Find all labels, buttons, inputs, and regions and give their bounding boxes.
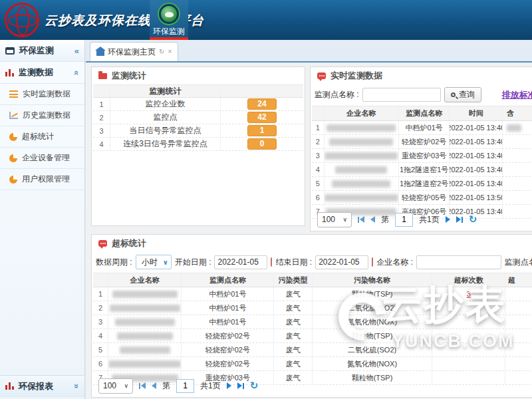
table-row: 1 中档炉01号 2022-01-05 13:40 xyxy=(312,121,532,135)
sidebar-group-monitor-data[interactable]: 监测数据 « xyxy=(0,62,84,84)
point-name: 轻烧窑炉02号 xyxy=(182,329,274,342)
first-page-icon[interactable] xyxy=(358,216,364,223)
calendar-icon[interactable] xyxy=(372,257,373,267)
next-page-icon[interactable] xyxy=(227,382,231,389)
tab-env-monitor-home[interactable]: 环保监测主页 ↻ × xyxy=(90,42,178,61)
period-select[interactable]: 小时 ∨ xyxy=(136,255,172,269)
prev-page-icon[interactable] xyxy=(152,382,156,389)
time-value: 2022-01-05 13:40 xyxy=(450,177,502,190)
col-company: 企业名称 xyxy=(325,106,399,120)
page-number-input[interactable] xyxy=(395,213,413,227)
sidebar-item-label: 历史监测数据 xyxy=(23,110,70,121)
point-name: 轻烧窑炉02号 xyxy=(182,357,274,370)
sidebar-item-label: 超标统计 xyxy=(22,131,54,142)
pollution-type: 废气 xyxy=(274,287,312,301)
chart-red-icon xyxy=(5,382,14,390)
redacted-company xyxy=(120,346,170,354)
next-page-icon[interactable] xyxy=(446,216,450,223)
table-row: 2 轻烧窑炉02号 2022-01-05 13:40 xyxy=(312,135,532,149)
table-row: 4 轻烧窑炉02号 废气 颗粒物(TSP) xyxy=(93,329,532,343)
pollution-type: 废气 xyxy=(274,315,312,329)
collapse-left-icon[interactable]: « xyxy=(74,46,79,56)
comment-icon xyxy=(98,240,107,247)
chevron-down-icon: ∨ xyxy=(124,382,128,389)
row-num: 2 xyxy=(93,301,108,315)
app-header: 云抄表及环保在线监测平台 环保监测 xyxy=(0,0,532,40)
sidebar-header[interactable]: 环保监测 « xyxy=(0,40,84,62)
sidebar-header-label: 环保监测 xyxy=(19,45,54,57)
reload-icon[interactable]: ↻ xyxy=(469,215,477,224)
sidebar-item-label: 用户权限管理 xyxy=(22,174,70,185)
exceed-filter-bar: 数据周期 : 小时 ∨ 开始日期 : 结束日期 : 企业名称 : 监测点名称 : xyxy=(92,252,532,273)
last-page-icon[interactable] xyxy=(237,382,244,389)
stat-label: 监控点 xyxy=(110,111,221,124)
point-name-label: 监测点名称 : xyxy=(505,257,532,268)
stats-table-header: 监测统计 xyxy=(93,84,303,98)
page-prefix: 第 xyxy=(381,214,389,225)
company-name-label: 企业名称 : xyxy=(376,257,413,268)
app-logo-icon xyxy=(5,3,39,37)
module-tab-env-monitor[interactable]: 环保监测 xyxy=(150,0,188,38)
sidebar-item-device-mgmt[interactable]: 企业设备管理 xyxy=(0,148,84,169)
table-row: 2 监控点 42 xyxy=(93,111,303,124)
redacted-company xyxy=(335,166,387,174)
start-date-input[interactable] xyxy=(214,255,267,269)
point-name: 中档炉01号 xyxy=(399,121,450,134)
table-row: 5 1拖2隧道窑2号 2022-01-05 13:40 xyxy=(312,177,532,191)
tab-close-icon[interactable]: × xyxy=(168,49,172,55)
collapse-up-icon[interactable]: « xyxy=(72,70,82,74)
pollutant-name: 氮氧化物(NOX) xyxy=(313,315,433,329)
time-value: 2022-01-05 13:40 xyxy=(450,149,502,162)
page-count-label: 共1页 xyxy=(419,214,440,225)
redacted-company xyxy=(332,180,390,188)
sidebar-footer-label: 环保报表 xyxy=(19,380,53,392)
point-name: 1拖2隧道窑2号 xyxy=(399,177,450,190)
page-size-select[interactable]: 100 ∨ xyxy=(317,212,352,227)
last-page-icon[interactable] xyxy=(456,216,463,223)
redacted-company xyxy=(325,194,398,201)
tab-refresh-icon[interactable]: ↻ xyxy=(159,49,164,55)
pollutant-name: 氮氧化物(NOX) xyxy=(313,357,433,370)
tab-label: 环保监测主页 xyxy=(108,47,156,58)
point-name-input[interactable] xyxy=(362,88,441,102)
pollution-type: 废气 xyxy=(274,329,312,342)
module-tab-label: 环保监测 xyxy=(153,26,185,37)
row-num: 3 xyxy=(93,124,110,137)
exceed-count-link[interactable]: 3 xyxy=(467,290,471,298)
page-prefix: 第 xyxy=(162,380,170,392)
exceed-pagination: 100 ∨ 第 共1页 ↻ xyxy=(93,376,263,395)
point-name: 轻烧窑炉05号 xyxy=(399,191,450,204)
table-row: 3 重烧窑炉03号 2022-01-05 13:40 xyxy=(312,149,532,163)
point-name: 中档炉01号 xyxy=(182,315,274,329)
table-row: 2 中档炉01号 废气 二氧化硫(SO2) xyxy=(93,301,532,315)
sidebar-item-realtime-data[interactable]: 实时监测数据 xyxy=(0,84,84,105)
folder-icon xyxy=(98,73,107,79)
expand-down-icon[interactable]: » xyxy=(72,384,82,388)
reload-icon[interactable]: ↻ xyxy=(250,381,259,390)
realtime-filter-bar: 监测点名称 : 查询 排放标准 xyxy=(311,84,532,106)
exceed-count xyxy=(432,301,505,315)
emission-standards-link[interactable]: 排放标准 xyxy=(502,89,532,101)
tab-bar: 环保监测主页 ↻ × xyxy=(86,40,532,63)
pollutant-name: 颗粒物(TSP) xyxy=(313,371,433,384)
sidebar-item-user-perms[interactable]: 用户权限管理 xyxy=(0,169,84,190)
prev-page-icon[interactable] xyxy=(370,216,375,223)
comment-icon xyxy=(317,72,326,79)
page-number-input[interactable] xyxy=(176,379,194,393)
exceed-count xyxy=(432,371,505,384)
sidebar-item-history-data[interactable]: 历史监测数据 xyxy=(0,105,84,126)
redacted-value xyxy=(507,124,521,132)
search-button[interactable]: 查询 xyxy=(444,87,481,102)
col-type: 污染类型 xyxy=(274,273,312,287)
sidebar-item-exceed-stats[interactable]: 超标统计 xyxy=(0,126,84,148)
company-name-input[interactable] xyxy=(416,255,501,269)
time-value: 2022-01-05 13:50 xyxy=(450,191,502,204)
first-page-icon[interactable] xyxy=(139,382,146,389)
sidebar-item-env-reports[interactable]: 环保报表 » xyxy=(0,375,84,397)
calendar-icon[interactable] xyxy=(271,257,272,267)
end-date-input[interactable] xyxy=(315,255,368,269)
table-row: 6 轻烧窑炉05号 2022-01-05 13:50 xyxy=(312,191,532,205)
page-size-select[interactable]: 100 ∨ xyxy=(98,378,133,394)
row-num: 3 xyxy=(312,149,325,162)
col-extra: 超 xyxy=(505,273,532,287)
